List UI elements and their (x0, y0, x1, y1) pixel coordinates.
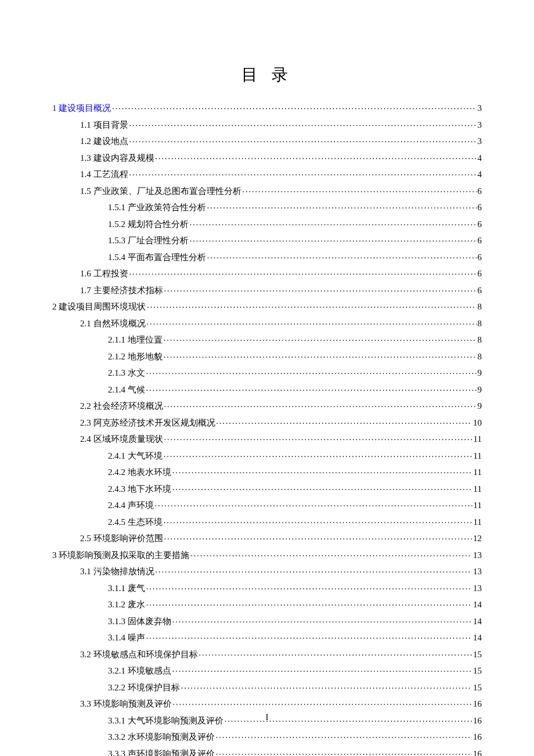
toc-entry-label: 2.4.2 地表水环境 (108, 468, 171, 477)
toc-entry: 2.2 社会经济环境概况9 (52, 400, 482, 411)
toc-entry-page: 11 (474, 501, 482, 510)
toc-entry-label: 2.4.4 声环境 (108, 501, 154, 510)
toc-entry-page: 16 (473, 733, 482, 741)
toc-leader-dots (207, 201, 477, 210)
toc-entry-page: 16 (473, 750, 482, 757)
toc-entry-label: 3.3 环境影响预测及评价 (80, 700, 172, 708)
toc-leader-dots (129, 119, 477, 128)
toc-entry: 1.5.2 规划符合性分析6 (52, 218, 482, 229)
toc-entry-page: 3 (478, 104, 482, 113)
toc-leader-dots (216, 748, 472, 757)
toc-entry-page: 6 (478, 203, 482, 212)
toc-leader-dots (173, 698, 472, 707)
toc-entry-page: 13 (473, 567, 482, 576)
toc-leader-dots (199, 649, 472, 657)
toc-entry-page: 15 (473, 650, 482, 659)
toc-entry-page: 6 (478, 187, 482, 196)
toc-entry: 2.4.1 大气环境11 (52, 450, 482, 460)
page-title: 目 录 (52, 64, 482, 86)
toc-leader-dots (164, 532, 472, 541)
toc-entry-page: 9 (478, 369, 482, 377)
toc-leader-dots (146, 367, 477, 376)
toc-entry-label: 1.5.4 平面布置合理性分析 (108, 253, 206, 262)
toc-leader-dots (172, 483, 472, 492)
toc-leader-dots (172, 466, 472, 475)
toc-entry-label: 2.1.3 水文 (108, 369, 145, 377)
toc-leader-dots (243, 185, 477, 194)
toc-entry-page: 11 (474, 518, 482, 527)
toc-entry-label: 3.1.4 噪声 (108, 633, 145, 642)
toc-entry-page: 3 (478, 121, 482, 129)
toc-entry: 3 环境影响预测及拟采取的主要措施13 (52, 549, 482, 560)
toc-entry: 1.5 产业政策、厂址及总图布置合理性分析6 (52, 185, 482, 196)
toc-entry-label: 3.2 环境敏感点和环境保护目标 (80, 650, 198, 659)
toc-entry-page: 4 (478, 154, 482, 163)
toc-entry-label[interactable]: 1 建设项目概况 (52, 104, 111, 113)
toc-leader-dots (156, 566, 472, 574)
toc-entry: 2.4.5 生态环境11 (52, 516, 482, 527)
toc-entry-page: 14 (473, 600, 482, 609)
toc-leader-dots (164, 351, 477, 359)
toc-entry-label: 2.1.4 气候 (108, 386, 145, 394)
toc-leader-dots (129, 168, 477, 177)
toc-leader-dots (146, 632, 472, 640)
toc-entry-label: 3.1.2 废水 (108, 600, 145, 609)
toc-entry-page: 8 (478, 303, 482, 311)
toc-entry-label: 1.5.2 规划符合性分析 (108, 220, 189, 229)
toc-entry: 1.5.4 平面布置合理性分析6 (52, 251, 482, 262)
toc-entry: 3.1.3 固体废弃物14 (52, 615, 482, 626)
toc-entry: 2.3 阿克苏经济技术开发区规划概况10 (52, 417, 482, 427)
toc-entry-page: 6 (478, 220, 482, 229)
toc-leader-dots (147, 301, 476, 309)
toc-entry: 3.3.3 声环境影响预测及评价16 (52, 748, 482, 757)
toc-entry-label: 3 环境影响预测及拟采取的主要措施 (52, 551, 189, 560)
toc-entry-label: 2 建设项目周围环境现状 (52, 303, 146, 311)
toc-entry-label: 3.1.1 废气 (108, 584, 145, 593)
toc-entry-page: 4 (478, 170, 482, 179)
toc-entry: 2.4 区域环境质量现状11 (52, 433, 482, 444)
toc-entry: 2 建设项目周围环境现状8 (52, 301, 482, 311)
toc-entry-label: 2.1.1 地理位置 (108, 336, 163, 344)
toc-entry-label: 1.4 工艺流程 (80, 170, 128, 179)
toc-entry-page: 8 (478, 336, 482, 344)
toc-entry-label: 3.3.3 声环境影响预测及评价 (108, 750, 215, 757)
toc-leader-dots (164, 334, 477, 343)
toc-entry-label: 1.2 建设地点 (80, 137, 128, 146)
toc-entry-label: 2.4.3 地下水环境 (108, 485, 171, 494)
toc-entry: 2.4.2 地表水环境11 (52, 466, 482, 477)
toc-entry[interactable]: 1 建设项目概况3 (52, 102, 482, 113)
toc-entry-page: 6 (478, 236, 482, 245)
document-page: 目 录 1 建设项目概况31.1 项目背景31.2 建设地点31.3 建设内容及… (0, 0, 534, 756)
toc-entry-label: 2.4 区域环境质量现状 (80, 435, 163, 444)
toc-entry-page: 6 (478, 253, 482, 262)
toc-leader-dots (146, 582, 472, 591)
toc-entry-page: 8 (478, 319, 482, 328)
toc-entry: 2.4.4 声环境11 (52, 499, 482, 510)
toc-entry-label: 1.5.1 产业政策符合性分析 (108, 203, 206, 212)
toc-entry: 1.1 项目背景3 (52, 119, 482, 129)
toc-leader-dots (156, 152, 477, 161)
toc-entry-page: 6 (478, 269, 482, 278)
toc-leader-dots (181, 682, 472, 690)
toc-leader-dots (207, 251, 477, 260)
table-of-contents: 1 建设项目概况31.1 项目背景31.2 建设地点31.3 建设内容及规模41… (52, 102, 482, 756)
toc-entry-page: 14 (473, 633, 482, 642)
toc-entry-page: 11 (474, 435, 482, 444)
toc-leader-dots (164, 285, 477, 293)
toc-entry-label: 1.7 主要经济技术指标 (80, 286, 163, 295)
toc-leader-dots (164, 450, 472, 459)
toc-entry-page: 12 (473, 534, 482, 543)
toc-entry-label: 2.3 阿克苏经济技术开发区规划概况 (80, 419, 215, 427)
toc-leader-dots (172, 665, 472, 674)
toc-entry: 2.1.3 水文9 (52, 367, 482, 377)
toc-entry-label: 2.5 环境影响评价范围 (80, 534, 163, 543)
toc-leader-dots (155, 499, 472, 508)
toc-entry-label: 3.2.2 环境保护目标 (108, 683, 180, 692)
toc-leader-dots (190, 549, 472, 558)
toc-leader-dots (129, 135, 477, 144)
toc-leader-dots (216, 731, 472, 740)
toc-leader-dots (190, 218, 477, 227)
toc-entry: 1.6 工程投资6 (52, 268, 482, 278)
toc-entry-label: 2.4.5 生态环境 (108, 518, 163, 527)
toc-entry-label: 3.1.3 固体废弃物 (108, 617, 171, 626)
